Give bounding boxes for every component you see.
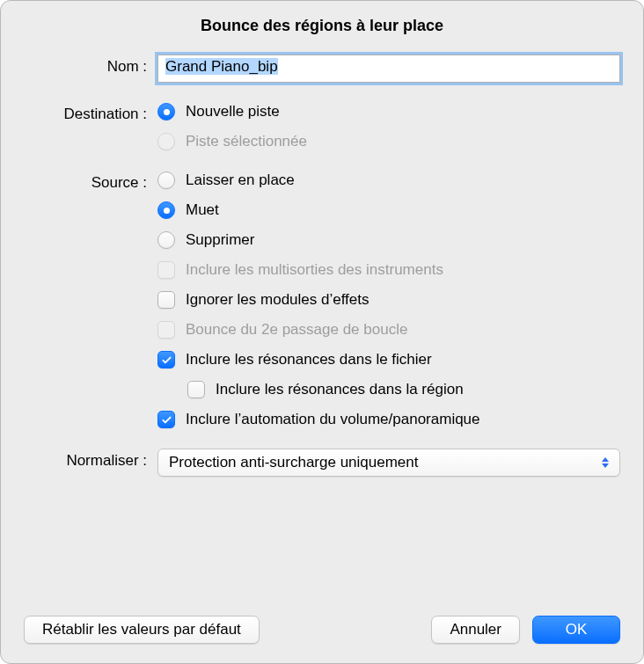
radio-icon	[157, 133, 175, 150]
check-2nd-cycle: Bounce du 2e passage de boucle	[157, 320, 620, 339]
source-options: Laisser en place Muet Supprimer Inclure …	[157, 171, 620, 429]
normalize-select[interactable]: Protection anti-surcharge uniquement	[157, 449, 620, 477]
checkbox-icon	[157, 351, 175, 368]
check-multisorties: Inclure les multisorties des instruments	[157, 260, 620, 280]
normalize-label: Normaliser :	[24, 449, 147, 477]
destination-option-label: Nouvelle piste	[186, 102, 280, 121]
checkbox-icon	[187, 381, 205, 398]
source-option-label: Supprimer	[186, 230, 254, 250]
source-label: Source :	[24, 171, 147, 429]
checkbox-icon	[157, 291, 175, 309]
cancel-button[interactable]: Annuler	[431, 616, 520, 644]
name-input[interactable]: Grand Piano_bip	[157, 55, 620, 83]
source-option-mute[interactable]: Muet	[157, 201, 620, 220]
button-label: Rétablir les valeurs par défaut	[42, 621, 241, 638]
check-bypass-effects[interactable]: Ignorer les modules d’effets	[157, 290, 620, 310]
destination-option-selected-track: Piste sélectionnée	[157, 132, 620, 151]
check-label: Bounce du 2e passage de boucle	[186, 320, 407, 339]
source-option-leave[interactable]: Laisser en place	[157, 171, 620, 190]
check-label: Inclure l’automation du volume/panoramiq…	[186, 410, 480, 429]
destination-option-label: Piste sélectionnée	[186, 132, 307, 151]
radio-icon	[157, 231, 175, 249]
check-tail-in-file[interactable]: Inclure les résonances dans le fichier	[157, 350, 620, 369]
check-volume-pan-automation[interactable]: Inclure l’automation du volume/panoramiq…	[157, 410, 620, 429]
dialog-form: Nom : Grand Piano_bip Destination : Nouv…	[24, 55, 620, 598]
name-input-value: Grand Piano_bip	[165, 58, 278, 75]
button-bar: Rétablir les valeurs par défaut Annuler …	[24, 616, 620, 644]
checkbox-icon	[157, 321, 175, 339]
checkbox-icon	[157, 411, 175, 428]
button-label: Annuler	[450, 621, 501, 638]
destination-label: Destination :	[24, 102, 147, 151]
bounce-dialog: Bounce des régions à leur place Nom : Gr…	[0, 0, 644, 664]
check-tail-in-region[interactable]: Inclure les résonances dans la région	[157, 380, 620, 399]
ok-button[interactable]: OK	[532, 616, 620, 644]
dialog-title: Bounce des régions à leur place	[24, 17, 620, 35]
normalize-value: Protection anti-surcharge uniquement	[169, 454, 419, 471]
radio-icon	[157, 103, 175, 120]
destination-option-new-track[interactable]: Nouvelle piste	[157, 102, 620, 121]
check-label: Inclure les résonances dans la région	[216, 380, 464, 399]
destination-options: Nouvelle piste Piste sélectionnée	[157, 102, 620, 151]
check-label: Inclure les résonances dans le fichier	[186, 350, 432, 369]
check-label: Inclure les multisorties des instruments	[186, 260, 443, 280]
reset-defaults-button[interactable]: Rétablir les valeurs par défaut	[24, 616, 260, 644]
updown-icon	[598, 454, 612, 471]
radio-icon	[157, 171, 175, 189]
radio-icon	[157, 201, 175, 219]
checkbox-icon	[157, 261, 175, 279]
source-option-label: Laisser en place	[186, 171, 295, 190]
source-option-delete[interactable]: Supprimer	[157, 230, 620, 250]
check-label: Ignorer les modules d’effets	[186, 290, 370, 310]
button-label: OK	[566, 621, 588, 638]
source-option-label: Muet	[186, 201, 219, 220]
name-label: Nom :	[24, 55, 147, 83]
